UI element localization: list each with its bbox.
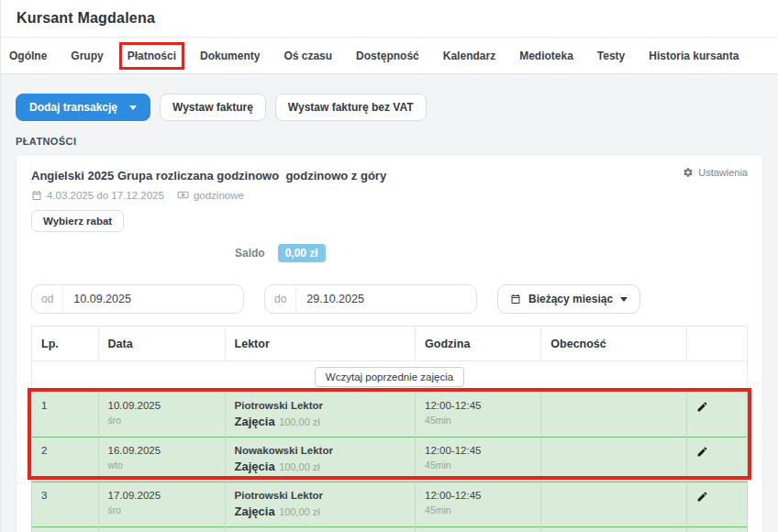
row-date: 17.09.2025 [108, 490, 216, 501]
section-label: PŁATNOŚCI [16, 136, 763, 147]
col-lp: Lp. [32, 327, 99, 361]
billing-type: godzinowe [177, 189, 244, 201]
row-lecturer: Nowakowski Lektor [235, 445, 406, 456]
saldo-badge: 0,00 zł [278, 244, 326, 262]
row-duration: 45min [425, 415, 531, 426]
settings-link[interactable]: Ustawienia [683, 167, 748, 178]
money-icon [177, 189, 189, 201]
saldo-row: Saldo 0,00 zł [31, 244, 748, 262]
tab-testy[interactable]: Testy [597, 50, 625, 62]
settings-label: Ustawienia [698, 167, 748, 178]
col-data: Data [98, 327, 225, 361]
tab-os-czasu[interactable]: Oś czasu [283, 50, 332, 62]
content-area: Dodaj transakcję Wystaw fakturę Wystaw f… [1, 74, 778, 532]
col-lektor: Lektor [225, 327, 415, 361]
tab-platnosci-label: Płatności [128, 50, 176, 62]
add-transaction-button[interactable]: Dodaj transakcję [16, 94, 150, 121]
date-from-field[interactable]: od 10.09.2025 [31, 284, 244, 314]
table-header-row: Lp. Data Lektor Godzina Obecność [32, 327, 748, 361]
tab-bar: Ogólne Grupy Płatności Dokumenty Oś czas… [1, 38, 778, 74]
lessons-table: Lp. Data Lektor Godzina Obecność Wczytaj… [31, 326, 748, 532]
col-obecnosc: Obecność [541, 327, 687, 361]
saldo-label: Saldo [235, 247, 265, 260]
table-row: 1 10.09.2025 śro Piotrowski Lektor Zajęc… [32, 393, 748, 438]
row-time: 12:00-12:45 [425, 445, 531, 456]
period-select-button[interactable]: Bieżący miesiąc [497, 284, 640, 314]
row-time: 12:00-12:45 [425, 490, 531, 501]
gear-icon [683, 167, 694, 178]
table-row: 3 17.09.2025 śro Piotrowski Lektor Zajęc… [32, 482, 748, 527]
row-price: 100,00 zł [279, 461, 320, 472]
page-title: Kursant Magdalena [17, 10, 155, 27]
row-lecturer: Piotrowski Lektor [235, 490, 406, 501]
tab-dokumenty[interactable]: Dokumenty [200, 50, 260, 62]
row-attendance [541, 393, 687, 438]
table-row: 2 16.09.2025 wto Nowakowski Lektor Zajęc… [32, 438, 748, 482]
row-date: 10.09.2025 [108, 400, 216, 411]
date-from-value: 10.09.2025 [63, 293, 141, 305]
tab-platnosci[interactable]: Płatności [128, 50, 176, 62]
tab-medioteka[interactable]: Medioteka [519, 50, 573, 62]
period-button-label: Bieżący miesiąc [528, 293, 613, 305]
date-range-text: 4.03.2025 do 17.12.2025 [47, 190, 164, 201]
date-to-label: do [265, 285, 296, 313]
row-item: Zajęcia [235, 504, 275, 518]
row-time: 12:00-12:45 [425, 400, 531, 411]
course-title: Angielski 2025 Grupa rozliczana godzinow… [31, 169, 748, 183]
row-attendance [541, 438, 687, 482]
row-day: śro [108, 504, 216, 515]
row-price: 100,00 zł [279, 416, 320, 427]
lessons-table-wrap: Lp. Data Lektor Godzina Obecność Wczytaj… [31, 326, 748, 532]
date-from-label: od [32, 285, 63, 313]
date-to-field[interactable]: do 29.10.2025 [264, 284, 477, 314]
chevron-down-icon [129, 105, 137, 110]
row-date: 16.09.2025 [108, 445, 216, 456]
date-filters: od 10.09.2025 do 29.10.2025 Bieżący mies… [31, 284, 748, 314]
tab-kalendarz[interactable]: Kalendarz [443, 50, 495, 62]
tab-ogolne[interactable]: Ogólne [9, 50, 47, 62]
add-transaction-label: Dodaj transakcję [29, 101, 117, 114]
tab-historia-kursanta[interactable]: Historia kursanta [649, 50, 739, 62]
row-duration: 45min [425, 504, 531, 515]
tab-grupy[interactable]: Grupy [71, 50, 103, 62]
load-previous-button[interactable]: Wczytaj poprzednie zajęcia [315, 367, 464, 387]
billing-type-text: godzinowe [194, 190, 244, 201]
row-price: 100,00 zł [279, 506, 320, 517]
col-actions [687, 327, 748, 361]
row-lp: 3 [41, 490, 89, 501]
calendar-icon [510, 294, 521, 305]
issue-invoice-button[interactable]: Wystaw fakturę [160, 94, 266, 121]
course-meta: 4.03.2025 do 17.12.2025 godzinowe [31, 189, 748, 201]
row-lp: 2 [41, 445, 89, 456]
row-lecturer: Piotrowski Lektor [235, 400, 406, 411]
calendar-icon [31, 190, 42, 201]
tab-dostepnosc[interactable]: Dostępność [356, 50, 419, 62]
row-attendance [541, 482, 687, 527]
row-duration: 45min [425, 460, 531, 471]
row-attendance [541, 527, 687, 532]
page-header: Kursant Magdalena [1, 0, 778, 38]
edit-pencil-icon[interactable] [696, 490, 708, 505]
col-godzina: Godzina [416, 327, 541, 361]
toolbar: Dodaj transakcję Wystaw fakturę Wystaw f… [16, 94, 763, 121]
row-lp: 1 [41, 400, 89, 411]
edit-pencil-icon[interactable] [696, 400, 708, 416]
edit-pencil-icon[interactable] [696, 445, 708, 460]
payments-card: Ustawienia Angielski 2025 Grupa rozlicza… [16, 154, 763, 532]
row-day: śro [108, 415, 216, 426]
row-item: Zajęcia [235, 460, 275, 473]
table-row: 4 23.09.2025 wto Nowakowski Lektor Zajęc… [32, 527, 748, 532]
course-date-range: 4.03.2025 do 17.12.2025 [31, 190, 164, 201]
issue-invoice-no-vat-button[interactable]: Wystaw fakturę bez VAT [275, 94, 427, 121]
date-to-value: 29.10.2025 [296, 293, 374, 305]
choose-discount-button[interactable]: Wybierz rabat [31, 210, 124, 232]
chevron-down-icon [620, 297, 628, 302]
row-item: Zajęcia [235, 415, 275, 428]
load-previous-row: Wczytaj poprzednie zajęcia [32, 361, 748, 393]
row-day: wto [108, 460, 216, 471]
